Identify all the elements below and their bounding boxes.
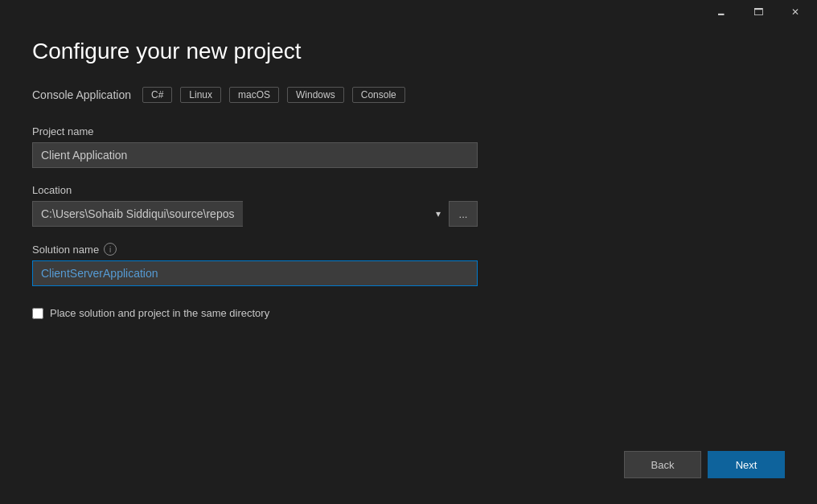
main-content: Configure your new project Console Appli… — [0, 0, 817, 504]
browse-button[interactable]: ... — [449, 201, 478, 227]
project-name-group: Project name — [32, 125, 785, 168]
tag-macos: macOS — [229, 87, 279, 103]
solution-name-info-icon: i — [104, 243, 117, 256]
location-label: Location — [32, 184, 785, 196]
next-button[interactable]: Next — [708, 451, 785, 478]
project-name-input[interactable] — [32, 142, 478, 168]
location-group: Location C:\Users\Sohaib Siddiqui\source… — [32, 184, 785, 227]
tag-console: Console — [352, 87, 405, 103]
bottom-bar: Back Next — [624, 451, 785, 478]
same-directory-row: Place solution and project in the same d… — [32, 307, 785, 319]
solution-name-input[interactable] — [32, 260, 478, 286]
tag-csharp: C# — [142, 87, 172, 103]
project-name-label: Project name — [32, 125, 785, 137]
tag-windows: Windows — [287, 87, 344, 103]
location-select[interactable]: C:\Users\Sohaib Siddiqui\source\repos — [32, 201, 243, 227]
tag-linux: Linux — [180, 87, 221, 103]
solution-name-group: Solution name i — [32, 243, 785, 286]
page-title: Configure your new project — [32, 39, 785, 64]
location-dropdown-wrapper: C:\Users\Sohaib Siddiqui\source\repos — [32, 201, 449, 227]
solution-name-label: Solution name i — [32, 243, 785, 256]
project-type-row: Console Application C# Linux macOS Windo… — [32, 87, 785, 103]
location-row: C:\Users\Sohaib Siddiqui\source\repos ..… — [32, 201, 478, 227]
project-type-label: Console Application — [32, 88, 131, 101]
same-directory-checkbox[interactable] — [32, 308, 43, 319]
same-directory-label[interactable]: Place solution and project in the same d… — [50, 307, 269, 319]
back-button[interactable]: Back — [624, 451, 701, 478]
